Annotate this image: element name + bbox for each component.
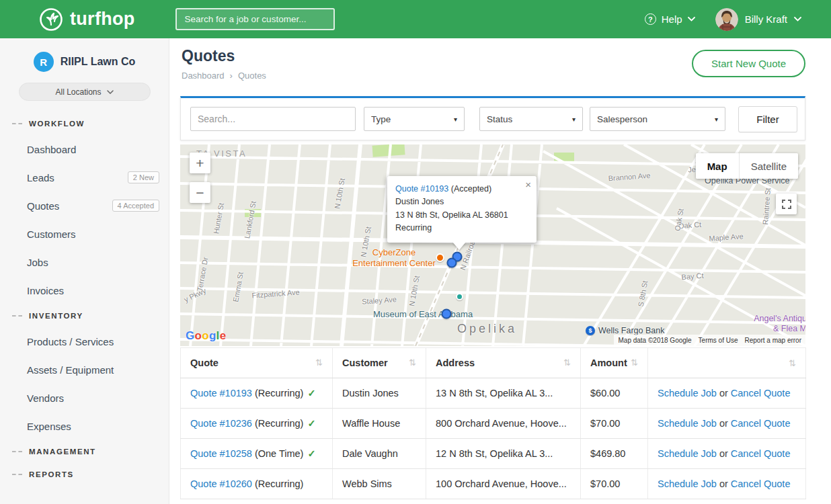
satellite-view-button[interactable]: Satellite [739,153,798,179]
map-view-button[interactable]: Map [696,153,739,179]
section-dash-icon [12,451,22,452]
schedule-job-link[interactable]: Schedule Job [658,418,717,429]
sidebar-item-label: Assets / Equipment [27,364,114,376]
quote-link[interactable]: Quote #10193 [190,388,252,398]
location-selector[interactable]: All Locations [19,83,151,101]
sidebar-item-vendors[interactable]: Vendors [0,384,169,412]
start-new-quote-button[interactable]: Start New Quote [692,50,805,77]
top-navigation-bar: turfhop ? Help [0,0,831,38]
quotes-table: Quote⇅ Customer⇅ Address⇅ Amount⇅ ⇅ Quot… [180,347,806,499]
zoom-out-button[interactable]: − [190,182,210,203]
sidebar-item-products-services[interactable]: Products / Services [0,327,169,355]
city-label: Opelika [457,322,517,336]
sidebar-item-leads[interactable]: Leads 2 New [0,163,169,192]
amount-cell: $60.00 [581,378,648,409]
or-label: or [719,448,728,459]
col-header-amount[interactable]: Amount⇅ [581,348,648,378]
schedule-job-link[interactable]: Schedule Job [658,388,717,398]
sidebar-item-expenses[interactable]: Expenses [0,412,169,440]
sidebar-item-invoices[interactable]: Invoices [0,276,169,304]
leads-badge: 2 New [128,171,159,183]
quote-link[interactable]: Quote #10236 [190,418,252,429]
quote-link[interactable]: Quote #10258 [190,448,252,459]
sort-icon: ⇅ [563,358,571,368]
cancel-quote-link[interactable]: Cancel Quote [731,478,791,489]
fullscreen-button[interactable] [776,194,797,214]
customer-cell: Waffle House [333,409,426,439]
sidebar-section-inventory: Inventory [0,304,169,327]
col-header-quote[interactable]: Quote⇅ [181,348,333,378]
sidebar-section-reports[interactable]: Reports [0,463,169,486]
map-info-window: × Quote #10193 (Accepted) Dustin Jones 1… [387,176,537,243]
info-window-quote-link[interactable]: Quote #10193 [395,184,448,194]
col-header-customer[interactable]: Customer⇅ [333,348,426,378]
sidebar-item-assets-equipment[interactable]: Assets / Equipment [0,355,169,384]
check-icon: ✓ [307,388,315,398]
close-icon[interactable]: × [525,179,531,190]
quotes-search-input[interactable] [190,107,356,131]
col-header-actions[interactable]: ⇅ [648,348,806,378]
filter-button[interactable]: Filter [738,106,797,132]
type-select[interactable]: Type ▾ [364,107,465,131]
section-dash-icon [12,123,22,124]
salesperson-select[interactable]: Salesperson ▾ [590,107,725,131]
breadcrumb-dashboard[interactable]: Dashboard [182,71,225,81]
info-window-type: Recurring [395,222,527,235]
sidebar-item-label: Leads [27,172,54,183]
cancel-quote-link[interactable]: Cancel Quote [731,388,791,398]
turfhop-logo[interactable]: turfhop [39,7,135,32]
quote-link[interactable]: Quote #10260 [190,478,252,489]
sidebar-item-quotes[interactable]: Quotes 4 Accepted [0,192,169,220]
table-row: Quote #10258(One Time)✓ Dale Vaughn 12 N… [181,439,806,469]
sidebar-item-customers[interactable]: Customers [0,220,169,248]
google-logo[interactable]: Google [186,329,226,343]
amount-cell: $70.00 [581,409,648,439]
address-cell: 13 N 8th St, Opelika AL 3... [426,378,581,409]
map-pin-quote[interactable] [447,258,457,268]
cancel-quote-link[interactable]: Cancel Quote [731,418,791,429]
sidebar-item-dashboard[interactable]: Dashboard [0,135,169,163]
type-select-label: Type [371,114,391,124]
map-attribution: Map data ©2018 Google Terms of Use Repor… [614,335,805,346]
check-icon: ✓ [307,448,315,459]
report-map-error-link[interactable]: Report a map error [745,337,801,344]
poi-wells-fargo: Wells Fargo Bank [598,326,664,335]
poi-angels-antique: Angel's Antiqu & Flea M [749,314,805,334]
sidebar-section-management[interactable]: Management [0,440,169,463]
map-pin-quote[interactable] [442,309,452,319]
table-row: Quote #10193(Recurring)✓ Dustin Jones 13… [181,378,806,409]
status-select-label: Status [487,114,512,124]
sidebar-nav: Workflow Dashboard Leads 2 New Quotes 4 … [0,112,169,486]
sidebar-item-jobs[interactable]: Jobs [0,248,169,276]
location-selector-label: All Locations [55,87,101,97]
map-canvas[interactable]: TA VISTA Jeter Ave Brannon Ave Maple Ave… [180,144,805,346]
status-select[interactable]: Status ▾ [479,107,583,131]
company-name: RIIPL Lawn Co [61,56,136,68]
street-label: Bay Ct [681,271,704,281]
schedule-job-link[interactable]: Schedule Job [658,448,717,459]
section-dash-icon [12,315,22,317]
help-menu[interactable]: ? Help [645,13,695,25]
user-menu[interactable]: Billy Kraft [715,8,801,31]
schedule-job-link[interactable]: Schedule Job [658,478,717,489]
breadcrumb: Dashboard › Quotes [182,71,266,81]
col-header-address[interactable]: Address⇅ [426,348,581,378]
sort-icon: ⇅ [789,358,796,368]
address-cell: 12 N 8th St, Opelika AL 3... [426,439,581,469]
sort-icon: ⇅ [315,358,323,368]
cancel-quote-link[interactable]: Cancel Quote [731,448,791,459]
info-window-tail [452,242,466,250]
global-search-input[interactable] [175,8,335,30]
bank-poi-icon: $ [586,326,595,335]
company-header: R RIIPL Lawn Co [0,38,169,72]
or-label: or [719,418,728,429]
quotes-badge: 4 Accepted [112,200,159,212]
cyberzone-poi-icon [436,253,444,262]
zoom-in-button[interactable]: + [190,153,210,173]
page-title: Quotes [182,47,235,65]
poi-cyberzone: CyberZone Entertainment Center [340,247,448,269]
table-row: Quote #10236(Recurring)✓ Waffle House 80… [181,409,806,439]
chevron-down-icon [794,17,801,22]
terms-of-use-link[interactable]: Terms of Use [699,337,738,344]
amount-cell: $70.00 [581,469,648,499]
